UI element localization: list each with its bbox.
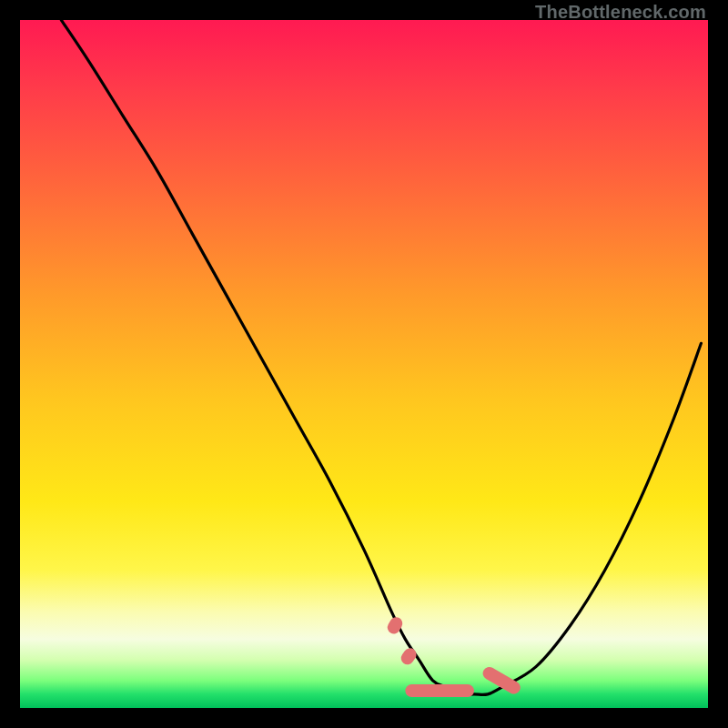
- bottleneck-curve: [20, 20, 708, 708]
- chart-frame: TheBottleneck.com: [0, 0, 728, 728]
- highlight-segment: [405, 684, 474, 697]
- plot-area: [20, 20, 708, 708]
- attribution-text: TheBottleneck.com: [535, 2, 706, 23]
- highlight-segment: [399, 646, 419, 668]
